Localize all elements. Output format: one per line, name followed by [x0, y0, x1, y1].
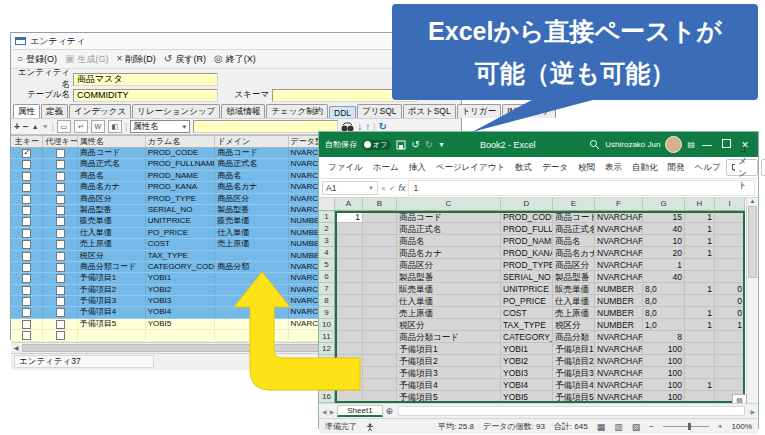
surrogate-key-checkbox[interactable] [56, 240, 65, 249]
cell[interactable]: YOBI4 [501, 379, 553, 391]
cell[interactable] [685, 259, 715, 271]
cell[interactable]: 100 [643, 391, 685, 403]
cell[interactable]: 8,0 [643, 295, 685, 307]
cell[interactable]: 1 [685, 223, 715, 235]
cell[interactable] [363, 355, 397, 367]
cell[interactable]: 100 [643, 343, 685, 355]
tab-属性[interactable]: 属性 [13, 104, 40, 118]
surrogate-key-checkbox[interactable] [56, 229, 65, 238]
cell[interactable]: PROD_TYPE [501, 259, 553, 271]
move-up-icon[interactable]: ▲ [32, 123, 39, 130]
cell[interactable]: 製品型番 [553, 271, 595, 283]
ribbon-tab-表示[interactable]: 表示 [600, 162, 627, 174]
cell[interactable]: 商品名 [553, 235, 595, 247]
cell[interactable] [685, 355, 715, 367]
cell[interactable]: 1 [685, 235, 715, 247]
cell[interactable] [685, 343, 715, 355]
revert-button[interactable]: ↺戻す(R) [164, 53, 206, 66]
cell[interactable] [363, 283, 397, 295]
cell[interactable]: 0 [715, 307, 745, 319]
save-icon[interactable] [396, 140, 406, 150]
surrogate-key-checkbox[interactable] [56, 320, 65, 329]
share-button[interactable]: ↥ ▼ [761, 159, 765, 176]
cell[interactable]: 40 [643, 271, 685, 283]
cell[interactable]: 予備項目5 [397, 391, 501, 403]
cell[interactable] [715, 247, 745, 259]
column-header-E[interactable]: E [553, 198, 595, 211]
cell[interactable] [363, 391, 397, 403]
cell[interactable] [685, 391, 715, 403]
primary-key-checkbox[interactable] [22, 263, 31, 272]
column-header-G[interactable]: G [643, 198, 685, 211]
minimize-icon[interactable]: — [700, 140, 714, 150]
cell[interactable] [715, 355, 745, 367]
cell[interactable] [363, 319, 397, 331]
cell[interactable]: 売上原価 [553, 307, 595, 319]
generate-button[interactable]: ▣生成(G) [65, 53, 108, 66]
cell[interactable]: PROD_KANA [501, 247, 553, 259]
hscroll-right-icon[interactable]: ▶ [750, 408, 755, 415]
primary-key-checkbox[interactable] [22, 172, 31, 181]
maximize-icon[interactable] [719, 139, 733, 150]
normal-view-icon[interactable]: ▦ [597, 422, 606, 432]
cell[interactable]: NUMBER [595, 295, 643, 307]
cell[interactable]: PROD_CODE [501, 211, 553, 223]
cell[interactable] [715, 211, 745, 223]
cell[interactable]: NUMBER [595, 283, 643, 295]
cell[interactable]: 10 [643, 235, 685, 247]
cell[interactable]: 商品正式名 [397, 223, 501, 235]
cell[interactable] [715, 235, 745, 247]
cell[interactable]: 1 [685, 247, 715, 259]
sheet-next-icon[interactable]: ▶ [330, 408, 335, 415]
cell[interactable]: NUMBER [595, 319, 643, 331]
primary-key-checkbox[interactable] [22, 286, 31, 295]
surrogate-key-checkbox[interactable] [56, 195, 65, 204]
find-prev-icon[interactable]: ↑ [365, 122, 370, 132]
cell[interactable]: 1 [715, 319, 745, 331]
cell[interactable]: 商品区分 [553, 259, 595, 271]
cell[interactable] [363, 223, 397, 235]
ribbon-tab-自動化[interactable]: 自動化 [627, 162, 663, 174]
cell[interactable]: 販売単価 [553, 283, 595, 295]
ribbon-tab-数式[interactable]: 数式 [510, 162, 537, 174]
ribbon-tab-ファイル[interactable]: ファイル [323, 162, 368, 174]
cell[interactable]: 予備項目1 [397, 343, 501, 355]
primary-key-checkbox[interactable] [22, 229, 31, 238]
primary-key-checkbox[interactable] [22, 206, 31, 215]
table-name-field[interactable] [73, 89, 218, 102]
cell[interactable]: 1 [643, 259, 685, 271]
cell[interactable]: 商品名 [397, 235, 501, 247]
delete-button[interactable]: ×削除(D) [117, 53, 156, 66]
cell[interactable] [715, 259, 745, 271]
entity-name-field[interactable] [73, 73, 218, 86]
zoom-out-icon[interactable]: − [649, 422, 654, 431]
cell[interactable]: 1 [685, 307, 715, 319]
primary-key-checkbox[interactable] [22, 217, 31, 226]
cell[interactable] [335, 223, 363, 235]
cell[interactable] [363, 379, 397, 391]
user-avatar[interactable] [665, 136, 682, 153]
cell[interactable]: 予備項目5 [553, 391, 595, 403]
split-icon[interactable]: ◧ [108, 120, 122, 133]
cell[interactable]: 予備項目3 [397, 367, 501, 379]
surrogate-key-checkbox[interactable] [56, 274, 65, 283]
cell[interactable] [363, 247, 397, 259]
move-down-icon[interactable]: ▼ [42, 123, 49, 130]
cell[interactable]: YOBI5 [501, 391, 553, 403]
primary-key-checkbox[interactable] [22, 320, 31, 329]
cell[interactable]: 1,0 [643, 319, 685, 331]
cell[interactable]: 1 [685, 283, 715, 295]
undo-icon[interactable]: ↺ [411, 140, 419, 150]
fx-icon[interactable]: fx [398, 183, 405, 193]
tab-リレーションシップ[interactable]: リレーションシップ [132, 104, 220, 118]
surrogate-key-checkbox[interactable] [56, 172, 65, 181]
cell[interactable]: NVARCHAR2 [595, 379, 643, 391]
tab-トリガー[interactable]: トリガー [457, 104, 502, 118]
cell[interactable]: 20 [643, 247, 685, 259]
excel-vscrollbar[interactable]: ▲ [746, 198, 758, 403]
primary-key-checkbox[interactable]: ✓ [22, 149, 31, 158]
cell[interactable]: CATEGORY_CODE [501, 331, 553, 343]
cell[interactable] [715, 343, 745, 355]
cell[interactable]: 100 [643, 367, 685, 379]
cell[interactable]: NVARCHAR2 [595, 235, 643, 247]
